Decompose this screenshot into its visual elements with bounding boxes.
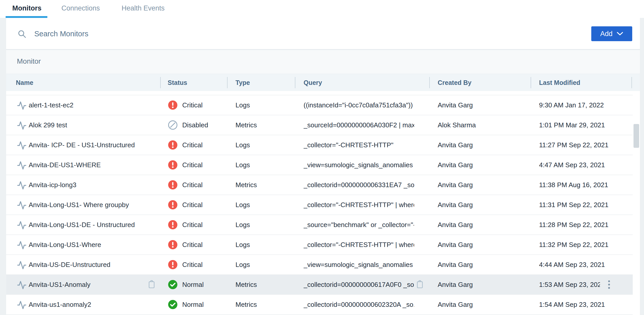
- created-by: Anvita Garg: [438, 141, 473, 149]
- table-row[interactable]: Anvita-Long-US1- Where groupby Critical …: [6, 195, 640, 215]
- monitors-table-body: alert-1-test-ec2 Critical Logs ((instanc…: [6, 91, 640, 315]
- query-text: _sourceId=0000000006A030F2 | max...: [304, 121, 414, 129]
- search-icon: [17, 29, 27, 39]
- type-label: Logs: [235, 261, 250, 269]
- type-label: Metrics: [235, 121, 257, 129]
- created-by: Anvita Garg: [438, 101, 473, 109]
- created-by: Anvita Garg: [438, 261, 473, 269]
- query-text: _collector="-CHRTEST-HTTP": [304, 141, 393, 149]
- table-row[interactable]: Anvita-US1-Anomaly Normal Metrics _colle…: [6, 275, 640, 295]
- column-header-status[interactable]: Status: [168, 74, 187, 91]
- type-label: Logs: [235, 241, 250, 249]
- pulse-icon: [17, 181, 27, 189]
- last-modified: 1:53 AM Sep 23, 2021: [539, 281, 600, 289]
- created-by: Anvita Garg: [438, 221, 473, 229]
- last-modified: 4:44 AM Sep 23, 2021: [539, 261, 605, 269]
- partially-scrolled-row: [6, 91, 640, 95]
- monitor-name: Anvita-US-DE-Unstructured: [29, 261, 110, 269]
- pulse-icon: [17, 161, 27, 169]
- pulse-icon: [17, 141, 27, 149]
- type-label: Logs: [235, 201, 250, 209]
- status-label: Critical: [182, 141, 202, 149]
- pulse-icon: [17, 101, 27, 109]
- table-row[interactable]: Alok 299 test Disabled Metrics _sourceId…: [6, 115, 640, 135]
- last-modified: 4:47 AM Sep 23, 2021: [539, 161, 605, 169]
- tab-health-events[interactable]: Health Events: [122, 0, 165, 16]
- status-label: Critical: [182, 221, 202, 229]
- copy-name-button[interactable]: [147, 280, 156, 289]
- created-by: Anvita Garg: [438, 281, 473, 289]
- query-text: _collector="-CHRTEST-HTTP" | where ...: [304, 201, 414, 209]
- created-by: Anvita Garg: [438, 301, 473, 309]
- pulse-icon: [17, 121, 27, 129]
- column-divider: [160, 77, 161, 88]
- monitor-name: Anvita-Long-US1- Where groupby: [29, 201, 129, 209]
- table-row[interactable]: alert-1-test-ec2 Critical Logs ((instanc…: [6, 95, 640, 115]
- column-header-type[interactable]: Type: [235, 74, 250, 91]
- table-header: Name Status Type Query Created By Last M…: [6, 74, 640, 91]
- query-text: _collector="-CHRTEST-HTTP" | where ...: [304, 241, 414, 249]
- type-label: Logs: [235, 141, 250, 149]
- status-label: Critical: [182, 161, 202, 169]
- column-header-last-modified[interactable]: Last Modified: [539, 74, 580, 91]
- monitor-name: Alok 299 test: [29, 121, 67, 129]
- pulse-icon: [17, 220, 27, 229]
- column-divider: [531, 77, 531, 88]
- type-label: Logs: [235, 161, 250, 169]
- status-label: Critical: [182, 261, 202, 269]
- status-label: Normal: [182, 301, 204, 309]
- query-text: _source="benchmark" or _collector="-...: [304, 221, 414, 229]
- active-tab-underline: [6, 16, 47, 18]
- column-header-name[interactable]: Name: [16, 74, 33, 91]
- table-row[interactable]: Anvita-Long-US1-Where Critical Logs _col…: [6, 235, 640, 255]
- monitor-name: Anvita-Long-US1-DE - Unstructured: [29, 221, 135, 229]
- monitor-name: Anvita-DE-US1-WHERE: [29, 161, 101, 169]
- chevron-down-icon: [617, 32, 623, 36]
- column-divider: [295, 77, 295, 88]
- section-header: Monitor: [6, 50, 640, 74]
- copy-query-button[interactable]: [416, 280, 424, 289]
- query-text: _view=sumologic_signals_anomalies: [304, 261, 413, 269]
- column-header-created-by[interactable]: Created By: [438, 74, 471, 91]
- column-header-query[interactable]: Query: [304, 74, 322, 91]
- pulse-icon: [17, 280, 27, 289]
- critical-icon: [168, 160, 178, 170]
- vertical-scrollbar-thumb[interactable]: [634, 124, 639, 148]
- column-divider: [429, 77, 430, 88]
- row-menu-kebab-icon[interactable]: [608, 279, 611, 290]
- status-label: Critical: [182, 101, 202, 109]
- created-by: Anvita Garg: [438, 161, 473, 169]
- query-text: _collectorid=000000000617A0F0 _so...: [304, 281, 414, 289]
- last-modified: 11:27 PM Sep 22, 2021: [539, 141, 608, 149]
- critical-icon: [168, 260, 178, 269]
- table-row[interactable]: Anvita-US-DE-Unstructured Critical Logs …: [6, 255, 640, 275]
- tab-bar: Monitors Connections Health Events: [0, 0, 644, 18]
- table-row[interactable]: Anvita- ICP- DE - US1-Unstructured Criti…: [6, 135, 640, 155]
- add-button-label: Add: [600, 30, 613, 38]
- table-row[interactable]: Anvita-us1-anomaly2 Normal Metrics _coll…: [6, 295, 640, 315]
- created-by: Anvita Garg: [438, 201, 473, 209]
- critical-icon: [168, 200, 178, 210]
- column-divider: [631, 77, 632, 88]
- add-button[interactable]: Add: [591, 26, 632, 41]
- status-label: Normal: [182, 281, 204, 289]
- tab-connections[interactable]: Connections: [61, 0, 100, 16]
- tab-monitors[interactable]: Monitors: [12, 0, 41, 16]
- critical-icon: [168, 180, 178, 190]
- table-row[interactable]: Anvita-DE-US1-WHERE Critical Logs _view=…: [6, 155, 640, 175]
- created-by: Anvita Garg: [438, 241, 473, 249]
- created-by: Alok Sharma: [438, 121, 476, 129]
- last-modified: 11:38 PM Aug 16, 2021: [539, 181, 608, 189]
- query-text: _view=sumologic_signals_anomalies | ...: [304, 161, 414, 169]
- table-row[interactable]: Anvita-Long-US1-DE - Unstructured Critic…: [6, 215, 640, 235]
- last-modified: 1:01 PM Mar 29, 2021: [539, 121, 605, 129]
- critical-icon: [168, 140, 178, 150]
- query-text: ((instanceId="i-0cc7c0afa751cfa3a")): [304, 101, 413, 109]
- monitor-name: Anvita-Long-US1-Where: [29, 241, 101, 249]
- table-row[interactable]: Anvita-icp-long3 Critical Metrics _colle…: [6, 175, 640, 195]
- status-label: Critical: [182, 201, 202, 209]
- search-input[interactable]: [34, 26, 469, 42]
- pulse-icon: [17, 240, 27, 249]
- monitor-name: alert-1-test-ec2: [29, 101, 73, 109]
- last-modified: 1:54 AM Sep 23, 2021: [539, 301, 605, 309]
